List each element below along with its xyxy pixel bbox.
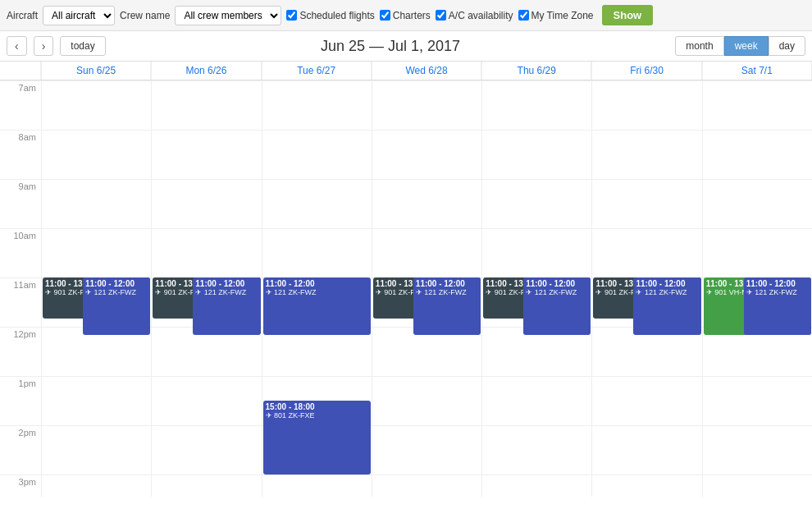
calendar-event[interactable]: 11:00 - 12:00 ✈ 121 ZK-FWZ	[83, 277, 150, 335]
hour-line	[372, 179, 481, 228]
day-col-sun: 11:00 - 13:00 ✈ 901 ZK-FX11:00 - 12:00 ✈…	[41, 80, 151, 497]
hour-line	[482, 475, 591, 497]
hour-line	[482, 425, 591, 475]
hour-line	[262, 80, 372, 130]
hour-line	[592, 475, 701, 497]
event-detail: ✈ 801 ZK-FXE	[266, 411, 368, 420]
hour-line	[262, 228, 372, 277]
show-button[interactable]: Show	[602, 5, 654, 25]
hour-line	[152, 425, 261, 475]
today-button[interactable]: today	[60, 36, 105, 56]
hour-line	[42, 376, 151, 425]
aircraft-label: Aircraft	[7, 10, 38, 21]
time-slot-10am: 10am	[0, 228, 41, 277]
hour-line	[42, 130, 151, 179]
time-slot-2pm: 2pm	[0, 425, 41, 475]
time-slot-8am: 8am	[0, 130, 41, 179]
event-time: 11:00 - 12:00	[266, 279, 368, 288]
hour-line	[262, 475, 372, 497]
hour-line	[262, 179, 372, 228]
charters-checkbox[interactable]: Charters	[380, 10, 431, 21]
crew-name-select[interactable]: All crew members	[175, 6, 281, 25]
time-slot-7am: 7am	[0, 80, 41, 130]
hour-line	[152, 376, 261, 425]
hour-line	[592, 130, 701, 179]
hour-line	[152, 130, 261, 179]
event-time: 11:00 - 12:00	[526, 279, 588, 288]
hour-line	[152, 179, 261, 228]
hour-line	[592, 376, 701, 425]
aircraft-select[interactable]: All aircraft	[43, 6, 115, 25]
hour-line	[592, 228, 701, 277]
event-detail: ✈ 121 ZK-FWZ	[636, 288, 698, 296]
day-col-thu: 11:00 - 13:00 ✈ 901 ZK-FX11:00 - 12:00 ✈…	[481, 80, 591, 497]
day-headers: Sun 6/25 Mon 6/26 Tue 6/27 Wed 6/28 Thu …	[0, 62, 812, 80]
event-detail: ✈ 121 ZK-FWZ	[266, 288, 368, 296]
date-range: Jun 25 — Jul 1, 2017	[112, 38, 669, 55]
prev-button[interactable]: ‹	[7, 36, 27, 56]
hour-line	[703, 179, 812, 228]
hour-line	[152, 228, 261, 277]
day-col-fri: 11:00 - 13:00 ✈ 901 ZK-FX11:00 - 12:00 ✈…	[591, 80, 701, 497]
calendar-event[interactable]: 11:00 - 12:00 ✈ 121 ZK-FWZ	[633, 277, 700, 335]
ac-availability-checkbox[interactable]: A/C availability	[436, 10, 513, 21]
day-view-button[interactable]: day	[769, 36, 805, 56]
hour-line	[482, 130, 591, 179]
event-detail: ✈ 121 ZK-FWZ	[746, 288, 809, 296]
calendar-event[interactable]: 11:00 - 12:00 ✈ 121 ZK-FWZ	[523, 277, 591, 335]
day-col-sat: 11:00 - 13:00 ✈ 901 VH-NI11:00 - 12:00 ✈…	[702, 80, 812, 497]
timezone-checkbox[interactable]: My Time Zone	[518, 10, 594, 21]
hour-line	[372, 80, 481, 130]
day-col-tue: 11:00 - 12:00 ✈ 121 ZK-FWZ15:00 - 18:00 …	[262, 80, 372, 497]
time-slot-1pm: 1pm	[0, 376, 41, 425]
hour-line	[152, 80, 261, 130]
day-header-mon: Mon 6/26	[151, 62, 261, 80]
day-header-fri: Fri 6/30	[591, 62, 701, 80]
crew-name-label: Crew name	[120, 10, 170, 21]
scheduled-flights-checkbox[interactable]: Scheduled flights	[286, 10, 374, 21]
time-slot-11am: 11am	[0, 277, 41, 327]
hour-line	[372, 228, 481, 277]
hour-line	[262, 130, 372, 179]
time-slot-3pm: 3pm	[0, 475, 41, 497]
calendar-event[interactable]: 11:00 - 12:00 ✈ 121 ZK-FWZ	[744, 277, 811, 335]
day-col-mon: 11:00 - 13:00 ✈ 901 ZK-FX11:00 - 12:00 ✈…	[151, 80, 261, 497]
view-buttons: month week day	[675, 36, 805, 56]
hour-line	[482, 179, 591, 228]
calendar-event[interactable]: 11:00 - 12:00 ✈ 121 ZK-FWZ	[413, 277, 481, 335]
hour-line	[42, 228, 151, 277]
calendar-event[interactable]: 15:00 - 18:00 ✈ 801 ZK-FXE	[263, 401, 371, 475]
month-view-button[interactable]: month	[675, 36, 723, 56]
day-header-wed: Wed 6/28	[372, 62, 481, 80]
day-header-sun: Sun 6/25	[41, 62, 151, 80]
time-slot-12pm: 12pm	[0, 327, 41, 376]
hour-line	[372, 130, 481, 179]
hour-line	[42, 475, 151, 497]
calendar-event[interactable]: 11:00 - 12:00 ✈ 121 ZK-FWZ	[193, 277, 260, 335]
calendar-event[interactable]: 11:00 - 12:00 ✈ 121 ZK-FWZ	[263, 277, 371, 335]
hour-line	[592, 80, 701, 130]
hour-line	[703, 425, 812, 475]
day-col-wed: 11:00 - 13:00 ✈ 901 ZK-FX11:00 - 12:00 ✈…	[372, 80, 481, 497]
event-detail: ✈ 121 ZK-FWZ	[85, 288, 148, 296]
event-detail: ✈ 121 ZK-FWZ	[195, 288, 258, 296]
hour-line	[703, 130, 812, 179]
event-time: 15:00 - 18:00	[266, 402, 368, 411]
calendar: Sun 6/25 Mon 6/26 Tue 6/27 Wed 6/28 Thu …	[0, 62, 812, 497]
week-view-button[interactable]: week	[724, 36, 769, 56]
hour-line	[152, 475, 261, 497]
day-header-tue: Tue 6/27	[262, 62, 372, 80]
hour-line	[703, 228, 812, 277]
hour-line	[42, 179, 151, 228]
event-time: 11:00 - 12:00	[636, 279, 698, 288]
time-slot-9am: 9am	[0, 179, 41, 228]
next-button[interactable]: ›	[34, 36, 54, 56]
day-header-sat: Sat 7/1	[702, 62, 812, 80]
hour-line	[592, 425, 701, 475]
event-time: 11:00 - 12:00	[416, 279, 478, 288]
event-time: 11:00 - 12:00	[195, 279, 258, 288]
event-time: 11:00 - 12:00	[746, 279, 809, 288]
nav-bar: ‹ › today Jun 25 — Jul 1, 2017 month wee…	[0, 31, 812, 62]
time-column: 7am8am9am10am11am12pm1pm2pm3pm4pm5pm6pm7…	[0, 80, 41, 497]
hour-line	[42, 425, 151, 475]
